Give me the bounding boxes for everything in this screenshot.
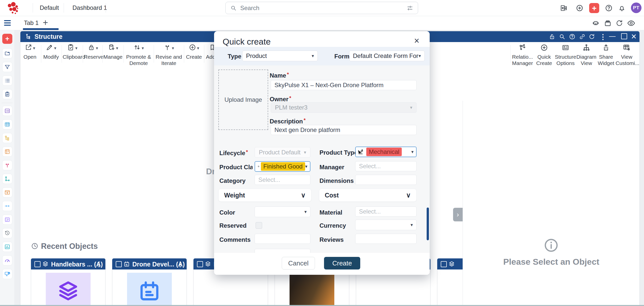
cancel-button[interactable]: Cancel [282,257,315,269]
cost-accordion[interactable]: Cost ∨ [319,189,417,202]
create-button[interactable]: Create [324,257,360,269]
refresh-icon[interactable] [615,19,623,27]
user-avatar[interactable]: PT [631,3,641,13]
type-select[interactable]: Product ▾ [242,51,318,61]
recent-card-drone-devel[interactable]: Drone Devel... (A) ⋮ ✓ [112,258,187,305]
workspace-tab-default[interactable]: Default [40,0,59,16]
dimensions-field[interactable] [355,175,417,185]
sidebar-item-form-lines[interactable] [2,215,12,225]
product-class-label: Product Clas... [219,164,253,171]
owner-select[interactable]: PLM tester3 ▾ [271,102,417,113]
sidebar-item-kanban[interactable] [2,147,12,157]
toolbar-promote-demote-button[interactable]: ▾ Promote & Demote [125,44,153,66]
sidebar-item-nodes[interactable] [2,174,12,184]
modal-scrollbar-thumb[interactable] [427,208,429,240]
toolbar-open-button[interactable]: ▾ Open [21,44,39,60]
product-class-select[interactable]: Finished Good ▾ [255,161,310,172]
preview-eye-icon[interactable] [627,19,635,27]
upload-image-dropzone[interactable]: Upload Image [218,70,268,130]
color-select[interactable]: ▾ [255,207,310,217]
toolbar-create-button[interactable]: ▾ Create [185,44,203,60]
sidebar-item-viewer[interactable] [2,187,12,197]
excel-export-icon[interactable] [560,4,568,12]
toolbar-diagram-view-button[interactable]: DiagramView [576,44,596,66]
manager-field[interactable] [355,161,417,171]
sidebar-item-bar-chart[interactable] [2,242,12,252]
panel-expander-chevron[interactable]: › [453,208,463,221]
unlock-icon[interactable] [549,33,555,40]
help-icon[interactable] [605,4,613,12]
description-field[interactable] [271,125,417,135]
comments-field[interactable] [255,234,310,244]
currency-select[interactable]: ▾ [355,220,417,230]
active-tab-indicator [23,28,59,30]
app-logo[interactable] [7,2,20,15]
sidebar-item-tree[interactable] [2,133,12,143]
assistant-robot-icon[interactable] [592,19,600,27]
card-checkbox[interactable] [34,261,41,267]
widget-maximize-icon[interactable] [621,33,627,39]
required-asterisk: * [289,95,291,101]
sidebar-item-converge[interactable] [2,201,12,211]
quick-add-button[interactable]: + [589,3,599,13]
add-tab-button[interactable]: + [43,17,48,28]
sidebar-add-button[interactable]: + [2,34,12,44]
toolbar-quick-create-button[interactable]: QuickCreate [534,44,555,66]
sidebar-item-branch[interactable] [2,160,12,170]
toolbar-reserve-button[interactable]: ▾ Reserve [84,44,102,60]
recent-card-handlebars[interactable]: Handlebars ... (A) ⋮ ✓ [31,258,105,305]
widget-link-icon[interactable] [579,33,586,40]
modal-close-icon[interactable]: × [414,36,419,45]
toolbar-share-widget-button[interactable]: ShareWidget [596,44,616,66]
sidebar-item-monitor-sync[interactable] [2,269,12,279]
archive-box-icon[interactable] [604,19,612,27]
sidebar-item-filter[interactable] [2,62,12,72]
type-label: Type [228,53,241,60]
widget-help-icon[interactable] [569,33,576,40]
widget-kebab-icon[interactable]: ⋮ [599,33,607,41]
weight-accordion[interactable]: Weight ∨ [218,189,311,202]
sidebar-item-form-options[interactable] [2,106,12,116]
category-field[interactable] [255,175,310,185]
toolbar-modify-button[interactable]: ▾ Modify [42,44,60,60]
card-checkbox[interactable] [197,261,203,267]
widget-close-icon[interactable]: × [631,31,636,42]
card-checkbox[interactable] [116,261,122,267]
reserved-checkbox[interactable] [256,222,262,229]
modal-body: Upload Image Name* Owner* PLM tester3 ▾ … [214,65,430,253]
notifications-bell-icon[interactable] [618,4,626,12]
material-field[interactable] [355,207,417,217]
card-checkbox[interactable] [441,261,447,267]
toolbar-revise-iterate-button[interactable]: ▾ Revise and Iterate [155,44,183,66]
clipped-field[interactable] [255,249,310,253]
widget-search-icon[interactable] [559,33,566,40]
dashboard-tab[interactable]: Dashboard 1 [72,0,107,16]
toolbar-structure-options-button[interactable]: StructureOptions [555,44,576,66]
sidebar-item-history[interactable] [2,228,12,238]
add-circle-icon[interactable] [576,4,584,12]
form-select[interactable]: Default Create Form For Pr... ▾ [349,51,425,61]
card-kebab-icon[interactable]: ⋮ [96,260,102,268]
widget-minimize-icon[interactable]: — [609,32,616,40]
card-kebab-icon[interactable]: ⋮ [177,260,184,268]
toolbar-view-customization-button[interactable]: ViewCustomi... [616,44,638,66]
product-type-select[interactable]: Mechanical ▾ [355,147,417,157]
sidebar-item-table[interactable] [2,119,12,129]
lifecycle-select[interactable]: Product Default ▾ [255,147,310,158]
widget-refresh-icon[interactable] [588,33,595,40]
tab-tab1[interactable]: Tab 1 [24,19,39,26]
reviews-field[interactable] [355,234,417,244]
toolbar-manage-button[interactable]: ▾ Manage [103,44,123,60]
name-field[interactable] [271,80,417,90]
sidebar-item-gauge[interactable] [2,255,12,265]
toolbar-relation-manager-button[interactable]: Relatio...Manager [511,44,534,66]
sidebar-item-windows[interactable] [2,48,12,58]
sidebar-item-list[interactable] [2,76,12,86]
hamburger-menu-icon[interactable] [4,19,11,27]
clock-icon [31,242,38,250]
required-asterisk: * [304,117,306,123]
toolbar-clipboard-button[interactable]: ▾ Clipboard [63,44,82,60]
search-input[interactable]: Search [225,2,418,14]
sliders-icon[interactable] [406,5,413,12]
sidebar-item-clipboard[interactable] [2,89,12,99]
